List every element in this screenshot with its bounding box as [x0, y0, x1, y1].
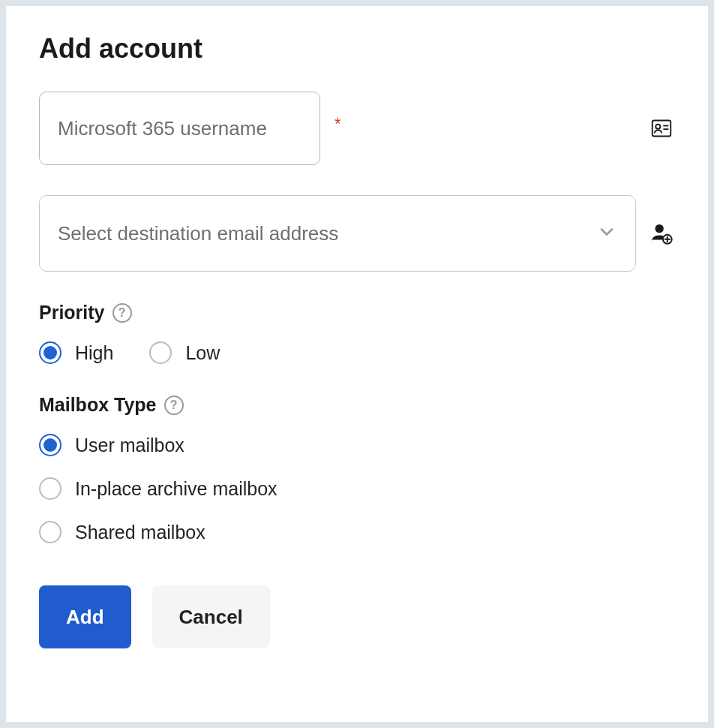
priority-label-text: Priority — [39, 302, 105, 323]
help-icon[interactable]: ? — [112, 303, 132, 323]
svg-rect-0 — [652, 121, 671, 137]
mailbox-radio-archive[interactable]: In-place archive mailbox — [39, 477, 675, 500]
add-account-panel: Add account * Select destination email a… — [6, 6, 708, 722]
help-icon[interactable]: ? — [164, 396, 184, 415]
mailbox-type-label-text: Mailbox Type — [39, 394, 157, 416]
mailbox-radio-user[interactable]: User mailbox — [39, 434, 675, 456]
radio-label: Low — [185, 342, 220, 364]
required-indicator: * — [334, 114, 341, 134]
add-user-icon[interactable] — [648, 220, 675, 247]
username-input[interactable] — [39, 92, 320, 165]
priority-radio-high[interactable]: High — [39, 341, 113, 364]
radio-label: In-place archive mailbox — [75, 478, 278, 500]
destination-select[interactable]: Select destination email address — [39, 195, 636, 272]
cancel-button[interactable]: Cancel — [152, 585, 270, 648]
svg-point-1 — [656, 125, 660, 129]
mailbox-type-options: User mailbox In-place archive mailbox Sh… — [39, 434, 675, 543]
add-button[interactable]: Add — [39, 585, 131, 648]
destination-row: Select destination email address — [39, 195, 675, 272]
radio-icon — [39, 341, 62, 364]
username-input-wrap: * — [39, 92, 636, 165]
radio-icon — [39, 434, 62, 456]
radio-icon — [39, 477, 62, 500]
priority-label: Priority ? — [39, 302, 675, 323]
radio-icon — [149, 341, 172, 364]
radio-icon — [39, 521, 62, 543]
radio-label: High — [75, 342, 113, 364]
button-row: Add Cancel — [39, 585, 675, 648]
chevron-down-icon — [596, 221, 617, 245]
page-title: Add account — [39, 33, 675, 65]
mailbox-type-label: Mailbox Type ? — [39, 394, 675, 416]
radio-label: User mailbox — [75, 435, 184, 456]
destination-select-placeholder: Select destination email address — [58, 222, 338, 245]
radio-label: Shared mailbox — [75, 522, 206, 543]
mailbox-radio-shared[interactable]: Shared mailbox — [39, 521, 675, 543]
contact-card-icon[interactable] — [648, 115, 675, 142]
priority-options: High Low — [39, 341, 675, 364]
priority-radio-low[interactable]: Low — [149, 341, 220, 364]
username-row: * — [39, 92, 675, 165]
